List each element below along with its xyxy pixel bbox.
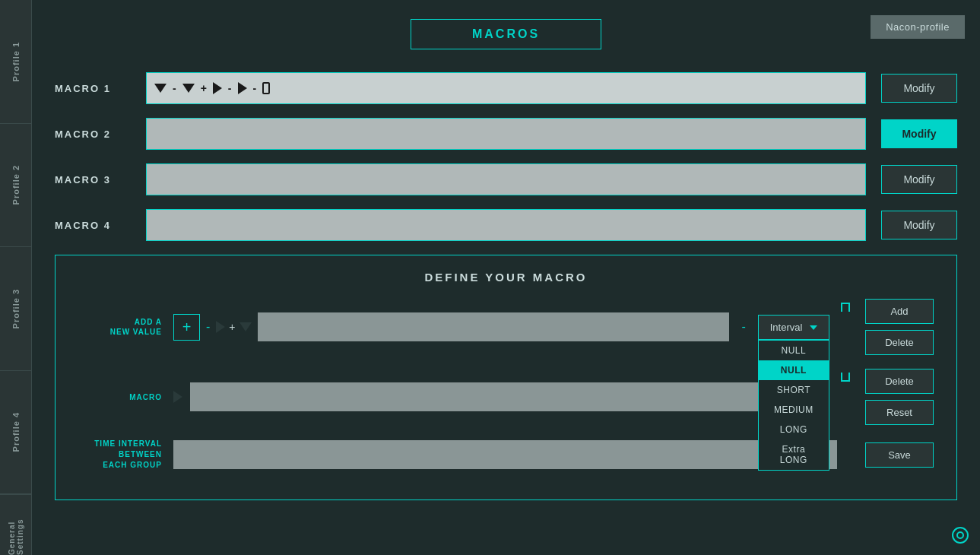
dropdown-item-short[interactable]: SHORT: [759, 380, 829, 400]
nacon-profile-button[interactable]: Nacon-profile: [871, 15, 965, 39]
sidebar-label-profile2: Profile 2: [11, 165, 21, 205]
sidebar-label-profile3: Profile 3: [11, 289, 21, 328]
macro-display-input: [190, 382, 829, 411]
dropdown-item-null2[interactable]: NULL: [759, 360, 829, 380]
delete-reset-buttons: Delete Reset: [865, 369, 934, 425]
macro-input-3: [146, 163, 866, 195]
modify-button-3[interactable]: Modify: [881, 165, 957, 194]
interval-dropdown: NULL NULL SHORT MEDIUM LONG Extra LONG: [758, 340, 829, 471]
define-macro-title: DEFINE YOUR MACRO: [78, 271, 934, 284]
page-title-container: MACROS: [55, 19, 957, 49]
add-value-row: ADD A NEW VALUE + - + - Interval: [78, 299, 934, 355]
arrow-right-define-1: [216, 321, 225, 333]
macro-section: MACRO 1 - + - - Modify MACRO 2: [55, 72, 957, 241]
macro-row-2: MACRO 2 Modify: [55, 118, 957, 150]
dropdown-item-null1[interactable]: NULL: [759, 341, 829, 360]
reset-button[interactable]: Reset: [865, 400, 934, 425]
macro-input-4: [146, 209, 866, 241]
macro-label-4: MACRO 4: [55, 220, 146, 231]
sidebar-item-profile4[interactable]: Profile 4: [0, 371, 31, 495]
sidebar-label-profile1: Profile 1: [11, 42, 21, 81]
time-interval-input[interactable]: [173, 440, 837, 469]
sidebar-label-general-settings: General Settings: [8, 495, 24, 555]
plus-button[interactable]: +: [173, 314, 200, 341]
define-macro-section: DEFINE YOUR MACRO ADD A NEW VALUE + - + …: [55, 255, 957, 500]
macro-define-label: MACRO: [78, 392, 162, 402]
sidebar-label-profile4: Profile 4: [11, 412, 21, 452]
dash-3: -: [228, 82, 232, 94]
dash-2: +: [201, 82, 207, 94]
arrow-right-icon-1: [213, 82, 222, 94]
arrow-down-icon-2: [182, 84, 195, 93]
save-button-container: Save: [865, 442, 934, 468]
arrow-right-icon-2: [238, 82, 247, 94]
sidebar: Profile 1 Profile 2 Profile 3 Profile 4 …: [0, 0, 32, 555]
macro-label-1: MACRO 1: [55, 83, 146, 94]
modify-button-4[interactable]: Modify: [881, 211, 957, 239]
sidebar-item-profile1[interactable]: Profile 1: [0, 0, 31, 124]
macro-row-4: MACRO 4 Modify: [55, 209, 957, 241]
sidebar-item-profile3[interactable]: Profile 3: [0, 247, 31, 371]
delete-button-2[interactable]: Delete: [865, 369, 934, 394]
circle-icon-inner: [956, 531, 964, 539]
delete-button-1[interactable]: Delete: [865, 330, 934, 355]
macro-input-1: - + - -: [146, 72, 866, 104]
sidebar-item-profile2[interactable]: Profile 2: [0, 124, 31, 248]
new-value-input[interactable]: [258, 312, 730, 341]
arrow-right-macro: [173, 391, 182, 403]
add-delete-buttons: Add Delete: [865, 299, 934, 355]
separator-2: -: [741, 320, 745, 334]
circle-button-icon[interactable]: [952, 527, 969, 544]
macro-row-1: MACRO 1 - + - - Modify: [55, 72, 957, 104]
dropdown-item-medium[interactable]: MEDIUM: [759, 400, 829, 420]
page-title: MACROS: [411, 19, 601, 49]
interval-arrow-icon: [810, 325, 817, 330]
arrow-down-icon-1: [154, 84, 167, 93]
interval-container: Interval NULL NULL SHORT MEDIUM LONG Ext…: [758, 315, 829, 340]
main-content: Nacon-profile MACROS MACRO 1 - + - -: [32, 0, 980, 555]
macro-row-3: MACRO 3 Modify: [55, 163, 957, 195]
add-button[interactable]: Add: [865, 299, 934, 324]
macro1-icons: - + - -: [154, 82, 270, 94]
bracket-bottom-right: [841, 373, 850, 382]
separator-1: -: [206, 320, 210, 334]
dropdown-item-extralong[interactable]: Extra LONG: [759, 439, 829, 470]
macro-label-2: MACRO 2: [55, 128, 146, 140]
dash-4: -: [253, 82, 257, 94]
dropdown-item-long[interactable]: LONG: [759, 420, 829, 439]
time-interval-label: TIME INTERVAL BETWEEN EACH GROUP: [78, 439, 162, 471]
bracket-top-right: [841, 303, 850, 312]
save-button[interactable]: Save: [865, 442, 934, 468]
arrow-down-define-1: [239, 322, 252, 331]
interval-button[interactable]: Interval: [758, 315, 829, 340]
macro-label-3: MACRO 3: [55, 174, 146, 186]
plus-sep: +: [229, 321, 235, 333]
dash-1: -: [173, 82, 176, 94]
macro-input-2: [146, 118, 866, 150]
add-label: ADD A NEW VALUE: [78, 317, 162, 337]
sidebar-item-general-settings[interactable]: General Settings: [0, 494, 31, 555]
modify-button-1[interactable]: Modify: [881, 74, 957, 103]
phone-icon-1: [262, 82, 270, 94]
modify-button-2[interactable]: Modify: [881, 119, 957, 148]
